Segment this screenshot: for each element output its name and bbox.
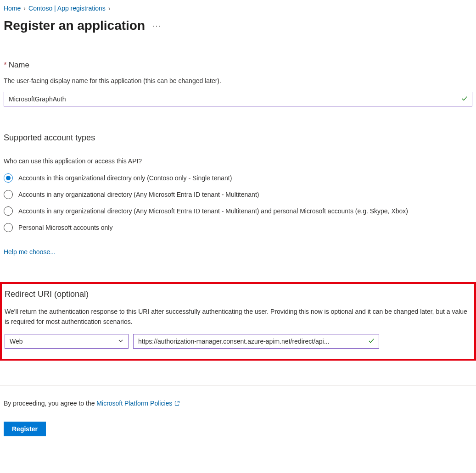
radio-label: Accounts in any organizational directory… — [18, 206, 408, 216]
name-input[interactable] — [4, 92, 472, 106]
agree-prefix: By proceeding, you agree to the — [4, 400, 96, 407]
account-types-question: Who can use this application or access t… — [4, 157, 472, 165]
radio-multitenant-personal[interactable]: Accounts in any organizational directory… — [4, 206, 472, 216]
redirect-uri-input[interactable] — [133, 334, 379, 349]
radio-icon — [4, 190, 13, 199]
register-button[interactable]: Register — [4, 422, 46, 436]
radio-label: Accounts in this organizational director… — [18, 173, 232, 183]
redirect-uri-heading: Redirect URI (optional) — [5, 289, 471, 299]
radio-icon — [4, 173, 13, 183]
name-label: *Name — [4, 61, 472, 70]
help-me-choose-link[interactable]: Help me choose... — [4, 248, 56, 256]
account-types-heading: Supported account types — [4, 133, 472, 143]
title-row: Register an application ⋯ — [4, 18, 472, 33]
uri-input-wrapper — [133, 334, 379, 349]
radio-icon — [4, 206, 13, 216]
page-title: Register an application — [4, 18, 145, 33]
chevron-right-icon: › — [23, 5, 26, 12]
platform-select-value: Web — [10, 338, 23, 345]
radio-icon — [4, 223, 13, 232]
chevron-right-icon: › — [108, 5, 111, 12]
breadcrumb: Home › Contoso | App registrations › — [4, 5, 472, 12]
agree-text: By proceeding, you agree to the Microsof… — [4, 400, 472, 408]
name-label-text: Name — [9, 61, 29, 69]
more-actions-icon[interactable]: ⋯ — [152, 21, 161, 31]
name-description: The user-facing display name for this ap… — [4, 77, 472, 84]
platform-policies-link[interactable]: Microsoft Platform Policies — [96, 400, 180, 407]
radio-single-tenant[interactable]: Accounts in this organizational director… — [4, 173, 472, 183]
radio-label: Accounts in any organizational directory… — [18, 189, 259, 200]
policies-link-text: Microsoft Platform Policies — [96, 400, 172, 407]
radio-label: Personal Microsoft accounts only — [18, 223, 112, 233]
external-link-icon — [174, 401, 180, 408]
breadcrumb-app-registrations[interactable]: Contoso | App registrations — [28, 5, 106, 12]
name-input-wrapper — [4, 92, 472, 106]
redirect-uri-description: We'll return the authentication response… — [5, 306, 471, 327]
chevron-down-icon — [118, 338, 123, 345]
redirect-uri-highlight: Redirect URI (optional) We'll return the… — [0, 282, 476, 361]
breadcrumb-home[interactable]: Home — [4, 5, 21, 12]
radio-personal-only[interactable]: Personal Microsoft accounts only — [4, 223, 472, 233]
platform-select[interactable]: Web — [5, 334, 129, 349]
redirect-inputs-row: Web — [5, 334, 471, 349]
required-star-icon: * — [4, 61, 7, 69]
divider — [0, 385, 476, 386]
radio-multitenant[interactable]: Accounts in any organizational directory… — [4, 189, 472, 200]
account-types-radio-group: Accounts in this organizational director… — [4, 173, 472, 233]
